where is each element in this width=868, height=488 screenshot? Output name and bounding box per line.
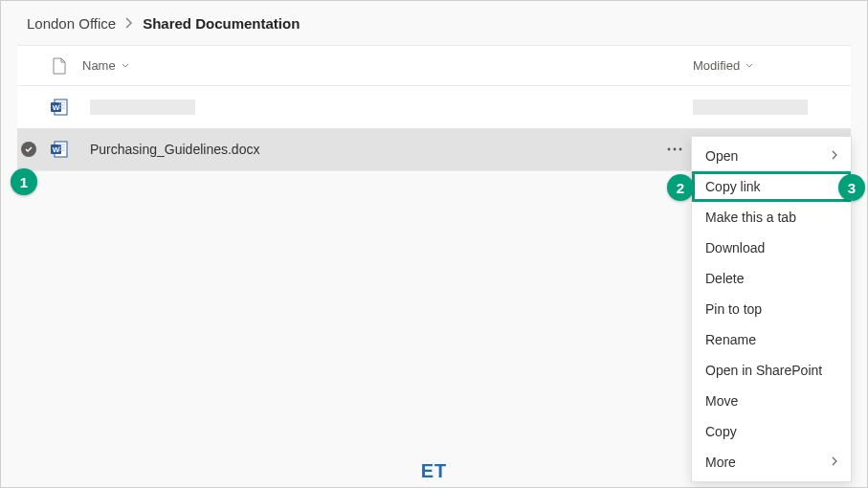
menu-download[interactable]: Download bbox=[692, 233, 851, 263]
watermark: ET bbox=[421, 460, 448, 482]
menu-more[interactable]: More bbox=[692, 447, 851, 477]
modified-column-header[interactable]: Modified bbox=[693, 58, 851, 73]
svg-point-12 bbox=[668, 148, 671, 151]
menu-rename[interactable]: Rename bbox=[692, 324, 851, 355]
more-actions-button[interactable] bbox=[657, 128, 693, 170]
chevron-down-icon bbox=[746, 61, 753, 71]
chevron-right-icon bbox=[125, 15, 133, 32]
menu-make-tab[interactable]: Make this a tab bbox=[692, 202, 851, 233]
name-column-header[interactable]: Name bbox=[78, 58, 693, 73]
file-name bbox=[78, 100, 693, 115]
file-name: Purchasing_Guidelines.docx bbox=[78, 142, 657, 157]
checkmark-icon[interactable] bbox=[21, 142, 36, 157]
menu-move[interactable]: Move bbox=[692, 386, 851, 416]
list-header: Name Modified bbox=[17, 46, 851, 86]
svg-point-14 bbox=[679, 148, 682, 151]
word-file-icon: W bbox=[40, 140, 78, 159]
chevron-right-icon bbox=[832, 149, 837, 163]
word-file-icon: W bbox=[40, 98, 78, 117]
breadcrumb: London Office Shared Documentation bbox=[0, 0, 868, 45]
breadcrumb-parent[interactable]: London Office bbox=[27, 15, 116, 32]
callout-badge-2: 2 bbox=[667, 174, 694, 201]
chevron-right-icon bbox=[832, 455, 837, 469]
callout-badge-3: 3 bbox=[838, 174, 865, 201]
svg-point-13 bbox=[674, 148, 677, 151]
file-type-column-icon[interactable] bbox=[40, 57, 78, 75]
callout-badge-1: 1 bbox=[11, 168, 37, 195]
menu-copy-link[interactable]: Copy link bbox=[692, 171, 851, 202]
breadcrumb-current: Shared Documentation bbox=[143, 15, 300, 32]
modified-cell bbox=[693, 100, 851, 115]
table-row[interactable]: W bbox=[17, 86, 851, 128]
menu-copy[interactable]: Copy bbox=[692, 416, 851, 447]
menu-open[interactable]: Open bbox=[692, 141, 851, 171]
chevron-down-icon bbox=[122, 61, 129, 71]
context-menu: Open Copy link Make this a tab Download … bbox=[691, 136, 852, 482]
menu-delete[interactable]: Delete bbox=[692, 263, 851, 294]
menu-pin-to-top[interactable]: Pin to top bbox=[692, 294, 851, 324]
menu-open-sharepoint[interactable]: Open in SharePoint bbox=[692, 355, 851, 386]
